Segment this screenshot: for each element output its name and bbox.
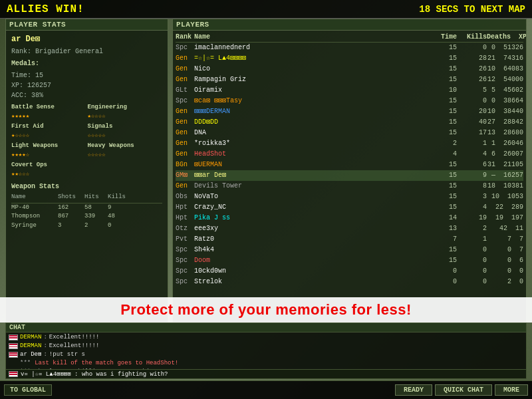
acc-stat: ACC: 38% — [11, 90, 43, 100]
skill-covert-ops: Covert Ops ★★☆☆☆ — [11, 161, 86, 179]
chat-message: Excellent!!!!! — [49, 333, 100, 342]
player-kills: 8 — [457, 181, 487, 192]
player-name: ⊠⊠ar De⊠ — [194, 170, 281, 181]
player-deaths-xp: 22 289 — [487, 202, 523, 213]
ph-deaths: Deaths XP — [487, 33, 523, 41]
player-time: 15 — [427, 245, 457, 255]
ad-text: Protect more of your memories for less! — [120, 301, 412, 319]
weapon-row-2: Syringe 3 2 0 — [11, 221, 162, 231]
ph-time: Time — [427, 33, 457, 41]
table-row: Spc Doom 15 0 0 6 — [176, 255, 523, 266]
player-kills: 2 — [457, 223, 487, 234]
acc-stat-row: ACC: 38% — [11, 90, 162, 100]
skill-battle-sense: Battle Sense ★★★★★ — [11, 103, 86, 121]
table-row: Hpt Pika J ss 14 19 19 197 — [176, 213, 523, 223]
weapon-row-1: Thompson 867 339 48 — [11, 212, 162, 221]
more-button[interactable]: MORE — [495, 384, 528, 396]
player-deaths-xp: 0 7 — [487, 245, 523, 255]
stats-player-name: ar De⊠ — [11, 33, 162, 45]
player-kills: 4 — [457, 149, 487, 160]
player-time: 4 — [427, 149, 457, 160]
player-kills: 9 — [457, 170, 487, 181]
player-name: ⊠ca⊠ ⊠⊠⊠Tasy — [194, 96, 281, 106]
player-name: ⊠⊠⊠DERMAN — [194, 106, 281, 117]
player-rank: Spc — [176, 43, 194, 53]
player-kills: 0 — [457, 96, 487, 106]
chat-message: Excellent!!!!! — [49, 342, 100, 350]
wh-name: Name — [11, 193, 58, 202]
player-name: Strelok — [194, 277, 281, 287]
player-time: 15 — [427, 160, 457, 170]
player-deaths-xp: 21 74316 — [487, 53, 523, 64]
allies-win-text: ALLIES WIN! — [7, 3, 84, 15]
player-deaths-xp: 10 1053 — [487, 192, 523, 202]
player-kills: 17 — [457, 128, 487, 138]
player-rank: Spc — [176, 266, 194, 277]
player-name: Pika J ss — [194, 213, 281, 223]
player-name: Oiramix — [194, 85, 281, 96]
player-name: HeadShot — [194, 149, 281, 160]
player-time: 15 — [427, 96, 457, 106]
player-deaths-xp: 5 45602 — [487, 85, 523, 96]
wh-shots: Shots — [58, 193, 84, 202]
player-kills: 5 — [457, 85, 487, 96]
xp-stat: XP: 126257 — [11, 80, 51, 90]
table-row: Otz eee3xy 13 2 42 11 — [176, 223, 523, 234]
chat-messages: DERMAN : Excellent!!!!!DERMAN : Excellen… — [6, 332, 526, 369]
player-kills: 0 — [457, 43, 487, 53]
player-deaths-xp: 13 28680 — [487, 128, 523, 138]
player-deaths-xp: 0 51326 — [487, 43, 523, 53]
players-table: Rank Name Time Kills Deaths XP Spc imacl… — [173, 31, 526, 322]
stats-content: ar De⊠ Rank: Brigadier General Medals: T… — [6, 31, 168, 233]
player-kills: 20 — [457, 106, 487, 117]
player-kills: 40 — [457, 117, 487, 128]
table-row: Gen =☆|☆= L▲4⊠⊠⊠⊠ 15 28 21 74316 — [176, 53, 523, 64]
players-title: PLAYERS — [173, 19, 526, 31]
wh-hits: Hits — [84, 193, 108, 202]
player-deaths-xp: 0 6 — [487, 255, 523, 266]
player-deaths-xp: 1 26046 — [487, 138, 523, 149]
players-header: Rank Name Time Kills Deaths XP — [176, 32, 523, 43]
player-rank: Gen — [176, 138, 194, 149]
chat-input-row[interactable]: v= |☆= L▲4⊠⊠⊠⊠ : who was i fighting with… — [6, 369, 526, 378]
player-rank: Gen — [176, 64, 194, 74]
stat-row: Time: 15 — [11, 70, 162, 80]
player-rank: Gen — [176, 74, 194, 85]
player-stats-panel: PLAYER STATS ar De⊠ Rank: Brigadier Gene… — [5, 19, 168, 323]
player-time: 15 — [427, 181, 457, 192]
player-rank: Gen — [176, 181, 194, 192]
player-time: 15 — [427, 43, 457, 53]
next-map-text: 18 SECS TO NEXT MAP — [419, 4, 525, 15]
player-deaths-xp: 0 38664 — [487, 96, 523, 106]
top-banner: ALLIES WIN! 18 SECS TO NEXT MAP — [0, 0, 532, 19]
player-time: 15 — [427, 117, 457, 128]
player-name: ⊠UERMAN — [194, 160, 281, 170]
player-kills: 0 — [457, 255, 487, 266]
player-rank: Pvt — [176, 234, 194, 245]
chat-sender: ar De⊠ — [20, 350, 41, 359]
player-kills: 0 — [457, 266, 487, 277]
player-rank: GM⊠ — [176, 170, 194, 181]
chat-sender: DERMAN — [20, 333, 41, 342]
quick-chat-button[interactable]: QUICK CHAT — [435, 384, 492, 396]
player-name: eee3xy — [194, 223, 281, 234]
skill-first-aid: First Aid ★☆☆☆☆ — [11, 122, 86, 140]
players-panel: PLAYERS Rank Name Time Kills Deaths XP S… — [172, 19, 527, 323]
player-time: 0 — [427, 266, 457, 277]
player-deaths-xp: 10 38440 — [487, 106, 523, 117]
chat-sender: DERMAN — [20, 342, 41, 350]
table-row: Gen Rampagin Griz 15 26 12 54000 — [176, 74, 523, 85]
to-global-label: TO GLOBAL — [4, 384, 52, 396]
table-row: Gen ⊠⊠⊠DERMAN 15 20 10 38440 — [176, 106, 523, 117]
player-rank: Obs — [176, 192, 194, 202]
player-time: 14 — [427, 213, 457, 223]
skill-light-weapons: Light Weapons ★★★★☆ — [11, 142, 86, 160]
player-deaths-xp: 42 11 — [487, 223, 523, 234]
player-time: 0 — [427, 277, 457, 287]
chat-input-text[interactable]: v= |☆= L▲4⊠⊠⊠⊠ : who was i fighting with… — [21, 370, 523, 378]
player-time: 15 — [427, 74, 457, 85]
ready-button[interactable]: READY — [395, 384, 432, 396]
player-rank: BGn — [176, 160, 194, 170]
chat-input-flag — [9, 371, 18, 377]
player-kills: 1 — [457, 138, 487, 149]
